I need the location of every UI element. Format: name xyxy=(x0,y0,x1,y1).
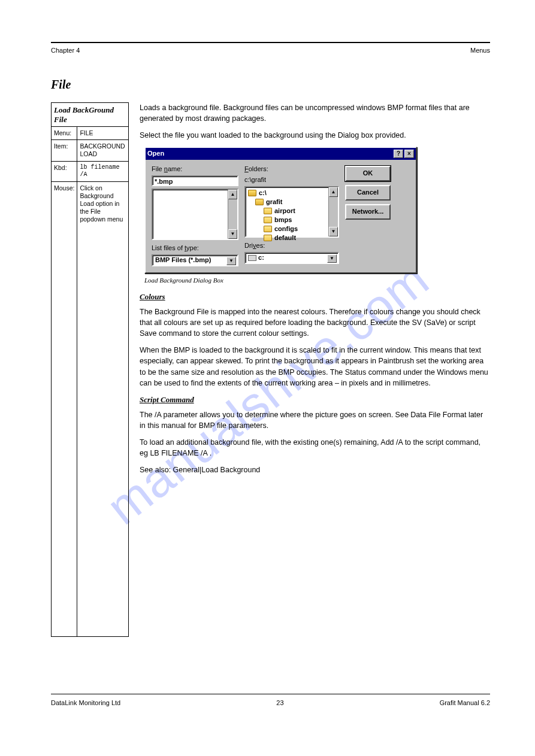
drives-dropdown[interactable]: c: ▼ xyxy=(244,252,339,264)
sidebar-k0: Menu: xyxy=(52,127,77,140)
folder-item[interactable]: bmps xyxy=(247,215,337,224)
bottom-rule xyxy=(51,694,490,694)
folder-item[interactable]: default xyxy=(247,233,337,242)
sidebar-k1: Item: xyxy=(52,140,77,161)
sidebar-v1: BACKGROUND LOAD xyxy=(77,140,129,161)
footer-center: 23 xyxy=(276,699,283,706)
header-left: Chapter 4 xyxy=(51,47,80,54)
folder-open-icon xyxy=(255,199,264,205)
folder-closed-icon xyxy=(264,208,272,214)
folder-listbox[interactable]: c:\ grafit airport bmps configs default … xyxy=(244,186,339,238)
page-footer: DataLink Monitoring Ltd 23 Grafit Manual… xyxy=(51,699,490,706)
folder-closed-icon xyxy=(264,226,272,232)
folder-item[interactable]: airport xyxy=(247,207,337,215)
scroll-up-icon[interactable]: ▲ xyxy=(228,190,237,199)
para-intro2: Select the file you want loaded to the b… xyxy=(140,130,490,141)
network-button[interactable]: Network... xyxy=(345,204,391,220)
folder-list-scrollbar[interactable]: ▲ ▼ xyxy=(328,187,338,236)
folder-item[interactable]: configs xyxy=(247,224,337,233)
folder-item[interactable]: grafit xyxy=(247,198,337,207)
folder-item[interactable]: c:\ xyxy=(247,189,337,198)
para-script2: To load an additional background file, w… xyxy=(140,437,490,459)
para-intro1: Loads a background file. Background file… xyxy=(140,102,490,124)
subhead-script: Script Command xyxy=(140,394,490,406)
help-button[interactable]: ? xyxy=(394,150,403,158)
header-right: Menus xyxy=(470,47,490,54)
close-button[interactable]: × xyxy=(404,150,414,158)
sidebar-v3: Click on Background Load option in the F… xyxy=(77,181,129,636)
chevron-down-icon[interactable]: ▼ xyxy=(327,254,337,263)
main-column: Loads a background file. Background file… xyxy=(140,102,490,637)
folder-open-icon xyxy=(248,190,256,196)
listtype-label: List files of type: xyxy=(152,244,238,253)
sidebar-k3: Mouse: xyxy=(52,181,77,636)
sidebar-v2: lb filename /A xyxy=(77,161,129,181)
page-header: Chapter 4 Menus xyxy=(51,47,490,54)
file-list-scrollbar[interactable]: ▲ ▼ xyxy=(228,190,237,239)
cancel-button[interactable]: Cancel xyxy=(345,185,391,201)
filename-input[interactable]: *.bmp xyxy=(152,175,238,186)
figure-caption: Load Background Dialog Box xyxy=(144,276,490,286)
footer-left: DataLink Monitoring Ltd xyxy=(51,699,120,706)
sidebar-header: Load BackGround File xyxy=(52,103,129,127)
dialog-title: Open xyxy=(147,149,164,159)
scroll-down-icon[interactable]: ▼ xyxy=(228,229,237,239)
chevron-down-icon[interactable]: ▼ xyxy=(226,257,236,265)
filename-label: File name: xyxy=(152,165,238,174)
top-rule xyxy=(51,42,490,43)
listtype-value: BMP Files (*.bmp) xyxy=(155,256,211,265)
scroll-down-icon[interactable]: ▼ xyxy=(329,227,338,236)
scroll-up-icon[interactable]: ▲ xyxy=(329,187,338,197)
folder-closed-icon xyxy=(264,217,272,223)
sidebar-v0: FILE xyxy=(77,127,129,140)
page-frame: Chapter 4 Menus File Load BackGround Fil… xyxy=(51,42,490,711)
dialog-titlebar[interactable]: Open ? × xyxy=(146,148,416,160)
listtype-dropdown[interactable]: BMP Files (*.bmp) ▼ xyxy=(152,254,238,266)
file-listbox[interactable]: ▲ ▼ xyxy=(152,189,238,240)
footer-right: Grafit Manual 6.2 xyxy=(440,699,490,706)
folders-label: Folders: xyxy=(244,165,339,174)
drives-label: Drives: xyxy=(244,241,339,251)
para-seealso: See also: General|Load Background xyxy=(140,464,490,475)
para-scaling: When the BMP is loaded to the background… xyxy=(140,345,490,388)
folders-path: c:\grafit xyxy=(244,175,339,185)
ok-button[interactable]: OK xyxy=(345,166,391,181)
sidebar-k2: Kbd: xyxy=(52,161,77,181)
para-script1: The /A parameter allows you to determine… xyxy=(140,409,490,431)
sidebar: Load BackGround File Menu: FILE Item: BA… xyxy=(51,102,129,637)
drive-icon xyxy=(248,255,256,261)
open-dialog: Open ? × File name: *.bmp ▲ ▼ xyxy=(144,147,417,274)
subhead-colours: Colours xyxy=(140,292,490,303)
section-title: File xyxy=(51,78,490,92)
drives-value: c: xyxy=(258,253,264,263)
folder-closed-icon xyxy=(264,235,272,241)
para-colours: The Background File is mapped into the n… xyxy=(140,306,490,339)
